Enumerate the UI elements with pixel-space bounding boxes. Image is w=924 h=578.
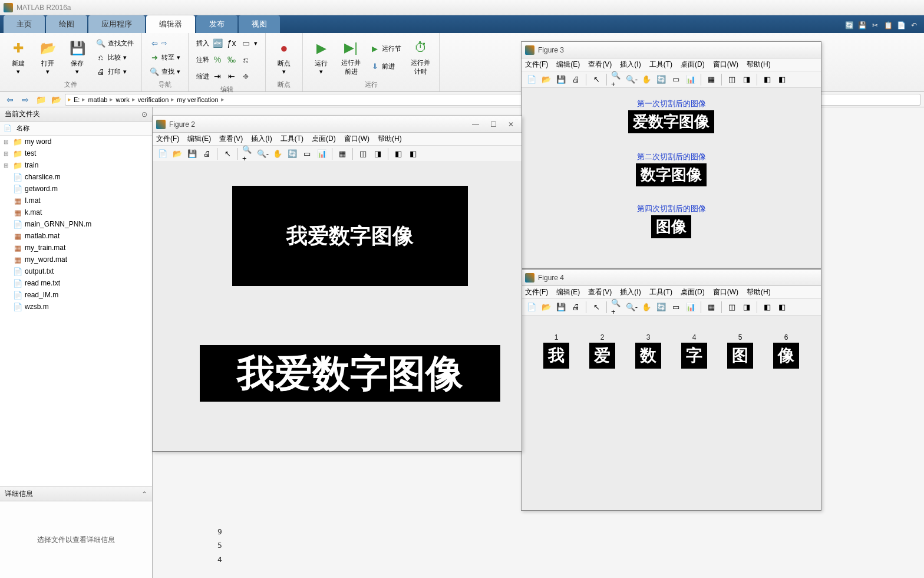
tab-apps[interactable]: 应用程序 — [88, 15, 145, 33]
print-button[interactable]: 🖨打印 ▾ — [93, 65, 137, 78]
toolbar-button[interactable]: 🔄 — [655, 73, 668, 86]
list-item[interactable]: 📄getword.m — [0, 183, 152, 195]
browse-folder-button[interactable]: 📂 — [50, 94, 62, 106]
list-item[interactable]: ▦my_train.mat — [0, 242, 152, 254]
toolbar-button[interactable]: 📊 — [684, 301, 697, 314]
open-button[interactable]: 📂打开▾ — [34, 37, 61, 77]
list-item[interactable]: 📄read_IM.m — [0, 289, 152, 301]
save-button[interactable]: 💾保存▾ — [64, 37, 91, 77]
figure3-window[interactable]: Figure 3 文件(F)编辑(E)查看(V)插入(I)工具(T)桌面(D)窗… — [521, 41, 821, 269]
figure3-toolbar[interactable]: 📄📂💾🖨↖🔍+🔍-✋🔄▭📊▦◫◨◧◧ — [522, 71, 821, 88]
toolbar-button[interactable]: 🔍+ — [610, 73, 623, 86]
figure4-window[interactable]: Figure 4 文件(F)编辑(E)查看(V)插入(I)工具(T)桌面(D)窗… — [521, 269, 821, 511]
menu-item[interactable]: 编辑(E) — [556, 287, 580, 297]
detail-header[interactable]: 详细信息⌃ — [0, 487, 152, 501]
toolbar-button[interactable]: ↖ — [590, 73, 603, 86]
toolbar-button[interactable]: 🔍+ — [610, 301, 623, 314]
insert-button[interactable]: 插入 🔤ƒx▭▾ — [193, 35, 260, 51]
figure4-menu[interactable]: 文件(F)编辑(E)查看(V)插入(I)工具(T)桌面(D)窗口(W)帮助(H) — [522, 286, 821, 299]
sync-icon[interactable]: 🔄 — [844, 20, 854, 31]
toolbar-button[interactable]: ◧ — [776, 73, 788, 86]
menu-item[interactable]: 窗口(W) — [344, 134, 369, 144]
list-item[interactable]: ⊞📁my word — [0, 136, 152, 147]
tab-plot[interactable]: 绘图 — [46, 15, 87, 33]
run-advance-button[interactable]: ▶|运行并前进 — [337, 37, 365, 78]
toolbar-button[interactable]: ◨ — [740, 301, 753, 314]
list-item[interactable]: ▦k.mat — [0, 206, 152, 218]
advance-button[interactable]: ⇓前进 — [367, 60, 404, 73]
goto-button[interactable]: ⇦⇨ — [147, 37, 183, 50]
toolbar-button[interactable]: ✋ — [271, 147, 284, 160]
find-button[interactable]: 🔍查找 ▾ — [147, 65, 183, 78]
toolbar-button[interactable]: ◫ — [725, 301, 738, 314]
back-button[interactable]: ⇦ — [4, 94, 16, 106]
toolbar-button[interactable]: ▦ — [705, 73, 718, 86]
toolbar-button[interactable]: 🖨 — [569, 301, 582, 314]
toolbar-button[interactable]: ◨ — [371, 147, 384, 160]
toolbar-button[interactable]: ▦ — [336, 147, 349, 160]
list-item[interactable]: ▦my_word.mat — [0, 254, 152, 265]
figure4-toolbar[interactable]: 📄📂💾🖨↖🔍+🔍-✋🔄▭📊▦◫◨◧◧ — [522, 299, 821, 316]
run-timer-button[interactable]: ⏱运行并计时 — [407, 37, 434, 78]
menu-item[interactable]: 插入(I) — [620, 287, 641, 297]
toolbar-button[interactable]: ▦ — [705, 301, 718, 314]
toolbar-button[interactable]: ◫ — [725, 73, 738, 86]
toolbar-button[interactable]: 🔍- — [625, 301, 638, 314]
cut-icon[interactable]: ✂ — [870, 20, 880, 31]
collapse-icon[interactable]: ⊙ — [141, 110, 147, 119]
find-files-button[interactable]: 🔍查找文件 — [93, 37, 137, 50]
menu-item[interactable]: 工具(T) — [649, 60, 672, 70]
list-item[interactable]: 📄charslice.m — [0, 171, 152, 183]
list-item[interactable]: 📄output.txt — [0, 265, 152, 277]
tab-editor[interactable]: 编辑器 — [146, 15, 195, 33]
toolbar-button[interactable]: 🔄 — [655, 301, 668, 314]
toolbar-button[interactable]: 📄 — [525, 73, 538, 86]
toolbar-button[interactable]: 💾 — [555, 73, 567, 86]
menu-item[interactable]: 帮助(H) — [747, 60, 771, 70]
up-folder-button[interactable]: 📁 — [34, 94, 47, 106]
toolbar-button[interactable]: ▭ — [301, 147, 314, 160]
list-item[interactable]: ⊞📁test — [0, 147, 152, 159]
menu-item[interactable]: 编辑(E) — [187, 134, 211, 144]
list-item[interactable]: ▦I.mat — [0, 195, 152, 206]
save-icon[interactable]: 💾 — [857, 20, 867, 31]
toolbar-button[interactable]: ↖ — [590, 301, 603, 314]
menu-item[interactable]: 插入(I) — [251, 134, 272, 144]
toolbar-button[interactable]: 🖨 — [200, 147, 213, 160]
breakpoints-button[interactable]: ●断点▾ — [270, 37, 298, 77]
goto-dd-button[interactable]: ➜转至 ▾ — [147, 51, 183, 64]
menu-item[interactable]: 窗口(W) — [713, 60, 738, 70]
toolbar-button[interactable]: 📂 — [171, 147, 184, 160]
menu-item[interactable]: 查看(V) — [588, 287, 612, 297]
toolbar-button[interactable]: 🖨 — [569, 73, 582, 86]
tab-publish[interactable]: 发布 — [196, 15, 237, 33]
menu-item[interactable]: 文件(F) — [156, 134, 179, 144]
toolbar-button[interactable]: ↖ — [221, 147, 234, 160]
current-folder-header[interactable]: 当前文件夹⊙ — [0, 107, 152, 121]
toolbar-button[interactable]: 📄 — [156, 147, 169, 160]
menu-item[interactable]: 桌面(D) — [312, 134, 336, 144]
toolbar-button[interactable]: 📊 — [684, 73, 697, 86]
file-list-header[interactable]: 📄 名称 — [0, 121, 152, 136]
undo-icon[interactable]: ↶ — [909, 20, 919, 31]
menu-item[interactable]: 编辑(E) — [556, 60, 580, 70]
toolbar-button[interactable]: ▭ — [669, 301, 682, 314]
menu-item[interactable]: 查看(V) — [219, 134, 243, 144]
paste-icon[interactable]: 📄 — [896, 20, 906, 31]
chevron-icon[interactable]: ⌃ — [141, 490, 147, 498]
toolbar-button[interactable]: 🔍+ — [242, 147, 255, 160]
maximize-button[interactable]: ☐ — [486, 119, 500, 130]
run-section-button[interactable]: ▶运行节 — [367, 42, 404, 55]
file-list[interactable]: ⊞📁my word⊞📁test⊞📁train📄charslice.m📄getwo… — [0, 136, 152, 487]
copy-icon[interactable]: 📋 — [883, 20, 893, 31]
figure3-menu[interactable]: 文件(F)编辑(E)查看(V)插入(I)工具(T)桌面(D)窗口(W)帮助(H) — [522, 58, 821, 71]
toolbar-button[interactable]: ◧ — [761, 301, 774, 314]
menu-item[interactable]: 桌面(D) — [681, 60, 705, 70]
menu-item[interactable]: 文件(F) — [525, 60, 548, 70]
toolbar-button[interactable]: 💾 — [555, 301, 567, 314]
list-item[interactable]: 📄wzsb.m — [0, 301, 152, 313]
menu-item[interactable]: 工具(T) — [649, 287, 672, 297]
toolbar-button[interactable]: 📂 — [540, 301, 553, 314]
toolbar-button[interactable]: 🔍- — [256, 147, 269, 160]
new-button[interactable]: ✚新建▾ — [5, 37, 32, 77]
